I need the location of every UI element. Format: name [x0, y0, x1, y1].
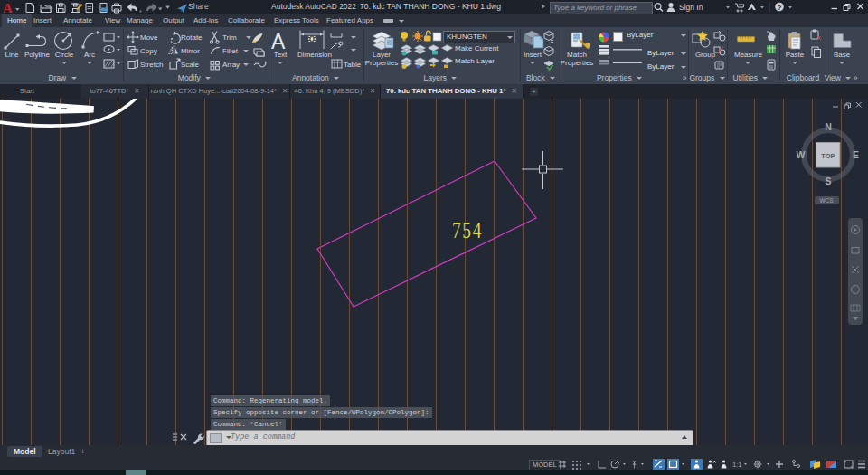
- svg-text:A: A: [3, 1, 13, 14]
- svg-text:754: 754: [452, 218, 483, 243]
- svg-text:N: N: [825, 121, 832, 132]
- svg-text:E: E: [853, 149, 859, 160]
- svg-text:S: S: [825, 176, 831, 186]
- svg-text:Sign In: Sign In: [679, 3, 703, 12]
- svg-text:1:1: 1:1: [732, 461, 741, 469]
- svg-text:W: W: [797, 149, 806, 160]
- svg-text:TOP: TOP: [821, 152, 835, 160]
- svg-text:WCS: WCS: [819, 197, 834, 204]
- svg-text:?: ?: [778, 4, 782, 12]
